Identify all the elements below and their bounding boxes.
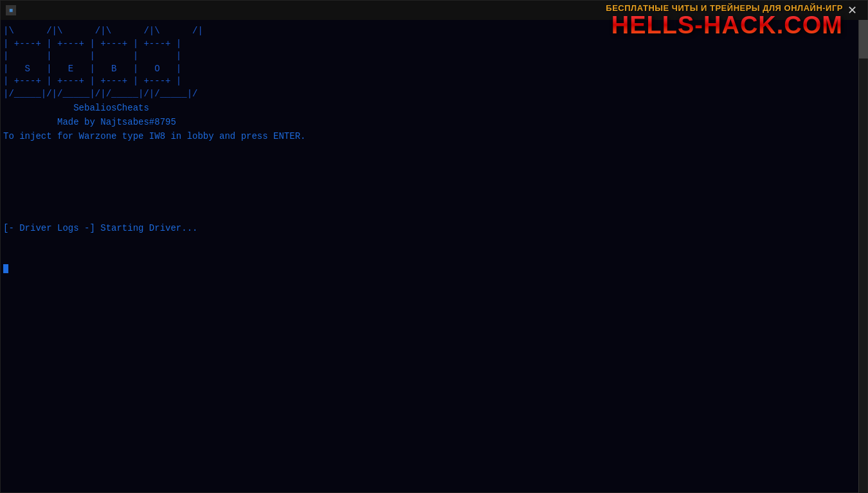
cursor-line <box>3 264 856 274</box>
close-button[interactable]: ✕ <box>847 3 857 17</box>
driver-log-line: [- Driver Logs -] Starting Driver... <box>3 221 856 235</box>
title-bar-left: ■ <box>6 5 16 15</box>
brand-block: SebaliosCheats Made by Najtsabes#8795 To… <box>3 101 856 144</box>
terminal-cursor <box>3 264 8 273</box>
scrollbar[interactable] <box>858 1 867 493</box>
scrollbar-thumb[interactable] <box>859 20 868 58</box>
terminal-content: |\ /|\ /|\ /|\ /| | +---+ | +---+ | +---… <box>1 20 858 492</box>
spacer <box>3 144 856 221</box>
close-icon[interactable]: ✕ <box>847 4 857 17</box>
main-window: ■ БЕСПЛАТНЫЕ ЧИТЫ И ТРЕЙНЕРЫ ДЛЯ ОНЛАЙН-… <box>0 0 868 493</box>
window-icon: ■ <box>6 5 16 15</box>
spacer2 <box>3 235 856 261</box>
watermark-banner: БЕСПЛАТНЫЕ ЧИТЫ И ТРЕЙНЕРЫ ДЛЯ ОНЛАЙН-ИГ… <box>606 1 848 40</box>
window-icon-symbol: ■ <box>9 7 13 14</box>
inject-info: To inject for Warzone type IW8 in lobby … <box>3 131 305 141</box>
made-by: Made by Najtsabes#8795 <box>57 117 176 127</box>
watermark-title: HELLS-HACK.COM <box>611 13 843 37</box>
brand-name: SebaliosCheats <box>73 103 149 113</box>
